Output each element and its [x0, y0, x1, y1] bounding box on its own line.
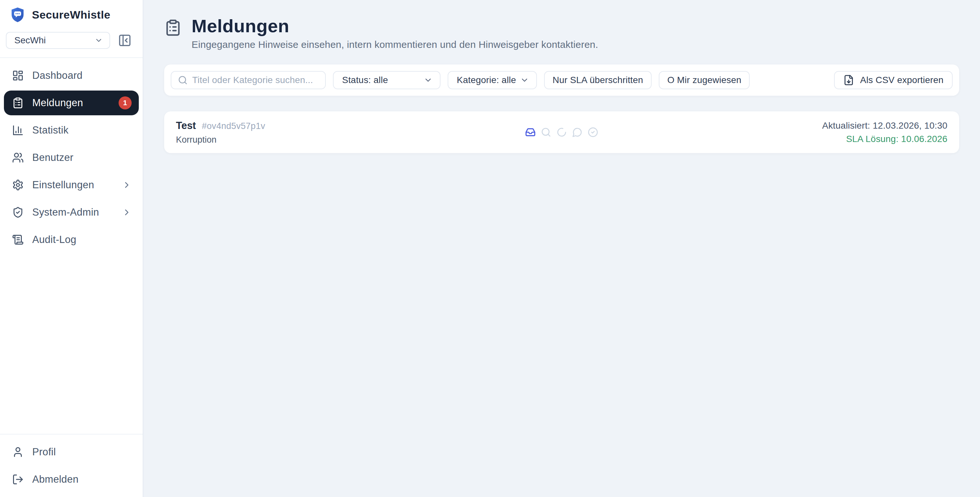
search-input[interactable] [192, 75, 319, 85]
page-title: Meldungen [192, 16, 598, 37]
sla-overdue-filter-button[interactable]: Nur SLA überschritten [544, 71, 652, 89]
report-status-steps [525, 127, 598, 137]
page-header-text: Meldungen Eingegangene Hinweise einsehen… [192, 16, 598, 50]
report-row[interactable]: Test #ov4nd5v57p1v Korruption [164, 111, 959, 153]
search-icon [178, 75, 188, 85]
resolved-status-icon [588, 127, 598, 137]
brand: SecureWhistle [6, 6, 137, 32]
sidebar-header: SecureWhistle SecWhi [0, 0, 143, 58]
in-progress-status-icon [557, 127, 567, 137]
export-csv-button[interactable]: Als CSV exportieren [834, 71, 953, 89]
unread-count-badge: 1 [119, 97, 132, 110]
report-dates: Aktualisiert: 12.03.2026, 10:30 SLA Lösu… [822, 121, 947, 144]
sidebar-item-label: Abmelden [32, 473, 132, 485]
report-category: Korruption [176, 135, 265, 145]
sidebar-item-system-admin[interactable]: System-Admin [4, 200, 139, 225]
chevron-down-icon [423, 76, 433, 85]
sidebar-item-meldungen[interactable]: Meldungen 1 [4, 91, 139, 115]
status-filter-select[interactable]: Status: alle [333, 71, 441, 89]
chevron-down-icon [520, 76, 529, 85]
org-select-value: SecWhi [14, 35, 46, 46]
chevron-down-icon [94, 36, 103, 44]
sidebar-item-profil[interactable]: Profil [4, 440, 139, 464]
sidebar-collapse-button[interactable] [117, 33, 132, 48]
panel-left-close-icon [118, 33, 132, 47]
user-icon [12, 446, 24, 458]
dashboard-icon [12, 70, 24, 81]
sidebar-item-label: Dashboard [32, 70, 132, 81]
category-filter-value: Kategorie: alle [457, 75, 516, 85]
page-subtitle: Eingegangene Hinweise einsehen, intern k… [192, 39, 598, 50]
sidebar-item-label: Einstellungen [32, 179, 113, 191]
sidebar-item-benutzer[interactable]: Benutzer [4, 145, 139, 170]
sidebar-item-einstellungen[interactable]: Einstellungen [4, 173, 139, 197]
report-title: Test [176, 120, 196, 132]
sidebar-item-statistik[interactable]: Statistik [4, 118, 139, 143]
report-title-row: Test #ov4nd5v57p1v [176, 120, 265, 132]
sidebar-footer: Profil Abmelden [0, 434, 143, 497]
chevron-right-icon [122, 180, 132, 190]
sidebar-item-label: Profil [32, 446, 132, 458]
assigned-to-me-filter-button[interactable]: O Mir zugewiesen [659, 71, 750, 89]
brand-name: SecureWhistle [32, 8, 110, 21]
chevron-right-icon [122, 208, 132, 217]
sidebar-item-label: System-Admin [32, 206, 113, 218]
org-select[interactable]: SecWhi [6, 32, 110, 49]
category-filter-select[interactable]: Kategorie: alle [448, 71, 537, 89]
users-icon [12, 152, 24, 164]
status-filter-value: Status: alle [342, 75, 388, 85]
review-status-icon [541, 127, 551, 137]
gear-icon [12, 179, 24, 191]
sidebar-item-label: Statistik [32, 124, 132, 136]
report-id: #ov4nd5v57p1v [202, 121, 265, 131]
sidebar-item-abmelden[interactable]: Abmelden [4, 467, 139, 492]
scroll-text-icon [12, 234, 24, 246]
inbox-status-icon [525, 127, 536, 137]
report-updated: Aktualisiert: 12.03.2026, 10:30 [822, 121, 947, 131]
sidebar-item-label: Audit-Log [32, 234, 132, 246]
sidebar: SecureWhistle SecWhi [0, 0, 143, 497]
main-content: Meldungen Eingegangene Hinweise einsehen… [143, 0, 980, 497]
sidebar-nav: Dashboard Meldungen 1 Statistik [0, 58, 143, 252]
page-header: Meldungen Eingegangene Hinweise einsehen… [164, 16, 959, 50]
file-download-icon [843, 75, 854, 86]
bar-chart-icon [12, 124, 24, 136]
org-row: SecWhi [6, 32, 137, 49]
search-field [171, 71, 326, 89]
shield-chat-logo-icon [10, 6, 25, 23]
sidebar-item-label: Meldungen [32, 97, 110, 109]
logout-icon [12, 473, 24, 485]
sidebar-item-label: Benutzer [32, 152, 132, 164]
filter-bar: Status: alle Kategorie: alle Nur SLA übe… [164, 65, 959, 96]
clipboard-list-icon [12, 97, 24, 109]
clipboard-list-icon [164, 19, 182, 37]
report-sla-date: SLA Lösung: 10.06.2026 [846, 134, 947, 144]
communication-status-icon [572, 127, 582, 137]
export-csv-label: Als CSV exportieren [860, 75, 943, 85]
sidebar-spacer [0, 252, 143, 434]
report-info: Test #ov4nd5v57p1v Korruption [176, 120, 265, 145]
sidebar-item-dashboard[interactable]: Dashboard [4, 63, 139, 88]
sidebar-item-audit-log[interactable]: Audit-Log [4, 227, 139, 252]
shield-check-icon [12, 206, 24, 218]
